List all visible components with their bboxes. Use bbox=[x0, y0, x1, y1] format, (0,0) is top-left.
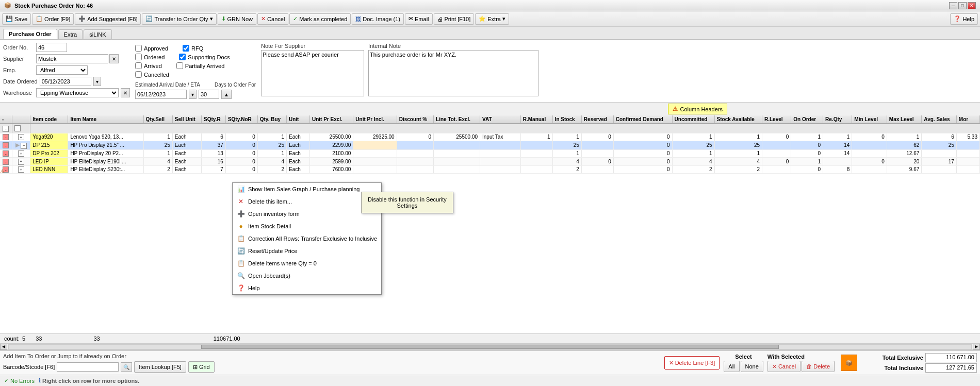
col-minlevel[interactable]: Min Level bbox=[852, 115, 887, 124]
col-uncommitted[interactable]: Uncommitted bbox=[672, 115, 714, 124]
col-instock[interactable]: In Stock bbox=[552, 115, 581, 124]
ctx-open-inventory[interactable]: ➕ Open inventory form bbox=[233, 208, 381, 220]
col-rlevel[interactable]: R.Level bbox=[762, 115, 791, 124]
col-unitprexcl[interactable]: Unit Pr Excl. bbox=[309, 115, 353, 124]
col-linetot[interactable]: Line Tot. Excl. bbox=[434, 115, 480, 124]
ordered-checkbox[interactable] bbox=[135, 54, 142, 60]
rfq-checkbox[interactable] bbox=[183, 45, 189, 52]
table-row[interactable]: - ⚠ + LED NNN HP EliteDisplay S230t... 2… bbox=[0, 165, 980, 174]
cancel-toolbar-button[interactable]: ✕ Cancel bbox=[257, 13, 288, 25]
supporting-docs-checkbox[interactable] bbox=[179, 54, 186, 60]
ctx-correction[interactable]: 📋 Correction All Rows: Transfer Exclusiv… bbox=[233, 232, 381, 245]
col-itemname[interactable]: Item Name bbox=[68, 115, 143, 124]
grn-now-button[interactable]: ⬇ GRN Now bbox=[218, 13, 257, 25]
arrived-checkbox[interactable] bbox=[135, 62, 142, 69]
row-minus-3[interactable]: - bbox=[0, 149, 12, 158]
warehouse-select[interactable]: Epping Warehouse bbox=[36, 88, 119, 97]
order-no-input[interactable] bbox=[36, 43, 67, 52]
col-sellunit[interactable]: Sell Unit bbox=[172, 115, 201, 124]
col-rmanual[interactable]: R.Manual bbox=[520, 115, 552, 124]
internal-note-textarea[interactable]: This purchase order is for Mr XYZ. bbox=[368, 50, 538, 96]
scroll-right-button[interactable]: ▶ bbox=[973, 344, 980, 350]
doc-image-button[interactable]: 🖼 Doc. Image (1) bbox=[352, 13, 404, 25]
date-ordered-input[interactable] bbox=[40, 77, 91, 86]
ctx-delete-qty[interactable]: 📋 Delete items where Qty = 0 bbox=[233, 257, 381, 270]
col-more[interactable]: Mor bbox=[956, 115, 979, 124]
ctx-delete-item[interactable]: ✕ Delete this item... bbox=[233, 195, 381, 208]
table-row[interactable]: - + LED IP HP EliteDisplay E190i ... 4 E… bbox=[0, 158, 980, 166]
tab-silink[interactable]: siLINK bbox=[84, 29, 111, 39]
days-up-button[interactable]: ▲ bbox=[221, 90, 232, 99]
help-button[interactable]: ❓ Help bbox=[950, 13, 978, 25]
grid-button[interactable]: ⊞ Grid bbox=[188, 361, 215, 373]
ctx-open-jobcard[interactable]: 🔍 Open Jobcard(s) bbox=[233, 270, 381, 282]
col-unit[interactable]: Unit bbox=[286, 115, 309, 124]
date-picker-button[interactable]: ▾ bbox=[93, 77, 101, 86]
delete-line-button[interactable]: ✕ Delete Line [F3] bbox=[664, 356, 720, 370]
item-lookup-button[interactable]: Item Lookup [F5] bbox=[134, 361, 186, 373]
row-expand-4[interactable]: + bbox=[12, 158, 30, 166]
approved-checkbox[interactable] bbox=[135, 45, 142, 52]
ctx-reset-price[interactable]: 🔄 Reset/Update Price bbox=[233, 245, 381, 257]
row-expand-2[interactable]: ▶ + bbox=[12, 141, 30, 150]
with-selected-delete-button[interactable]: 🗑 Delete bbox=[802, 361, 835, 372]
row-minus-1[interactable]: - bbox=[0, 133, 12, 141]
order-button[interactable]: 📋 Order [F9] bbox=[32, 13, 74, 25]
save-button[interactable]: 💾 Save bbox=[2, 13, 31, 25]
tab-extra[interactable]: Extra bbox=[58, 29, 83, 39]
col-vat[interactable]: VAT bbox=[480, 115, 521, 124]
row-expand-1[interactable]: + bbox=[12, 133, 30, 141]
partially-arrived-checkbox[interactable] bbox=[176, 62, 183, 69]
col-avgsales[interactable]: Avg. Sales bbox=[922, 115, 956, 124]
scrollbar-track[interactable] bbox=[8, 344, 972, 349]
emp-select[interactable]: Alfred bbox=[36, 65, 88, 75]
col-discount[interactable]: Discount % bbox=[397, 115, 433, 124]
col-qtybuy[interactable]: Qty. Buy bbox=[257, 115, 286, 124]
col-unitprincl[interactable]: Unit Pr Incl. bbox=[353, 115, 397, 124]
with-selected-cancel-button[interactable]: ✕ Cancel bbox=[767, 361, 801, 372]
col-maxlevel[interactable]: Max Level bbox=[887, 115, 921, 124]
days-input[interactable] bbox=[199, 90, 219, 99]
supplier-note-textarea[interactable]: Please send ASAP per courier bbox=[261, 50, 364, 96]
warehouse-clear-button[interactable]: ✕ bbox=[121, 88, 130, 97]
col-itemcode[interactable]: Item code bbox=[30, 115, 68, 124]
col-qtysell[interactable]: Qty.Sell bbox=[143, 115, 172, 124]
email-button[interactable]: ✉ Email bbox=[405, 13, 433, 25]
close-button[interactable]: ✕ bbox=[968, 2, 976, 9]
tab-purchase-order[interactable]: Purchase Order bbox=[3, 29, 57, 39]
table-row[interactable]: - ▶ + DP 215 HP Pro Display 21.5" ... 25… bbox=[0, 141, 980, 150]
extra-button[interactable]: ⭐ Extra ▾ bbox=[475, 13, 509, 25]
minus-header-btn[interactable]: - bbox=[3, 126, 9, 132]
ctx-help[interactable]: ❓ Help bbox=[233, 282, 381, 294]
scrollbar-thumb[interactable] bbox=[201, 345, 779, 349]
mark-completed-button[interactable]: ✓ Mark as completed bbox=[289, 13, 351, 25]
table-row[interactable]: - + DP Pro 202 HP ProDisplay 20 P2... 1 … bbox=[0, 149, 980, 158]
row-minus-5[interactable]: - ⚠ bbox=[0, 165, 12, 174]
col-stockavail[interactable]: Stock Available bbox=[714, 115, 762, 124]
col-reorder[interactable]: Re.Qty bbox=[823, 115, 852, 124]
select-none-button[interactable]: None bbox=[741, 361, 763, 372]
table-row[interactable]: - + Yoga920 Lenovo Yoga 920, 13... 1 Eac… bbox=[0, 133, 980, 141]
select-all-button[interactable]: All bbox=[724, 361, 739, 372]
supplier-input[interactable] bbox=[36, 54, 108, 63]
row-expand-3[interactable]: + bbox=[12, 149, 30, 158]
grid-scroll[interactable]: - Item code Item Name Qty.Sell Sell Unit… bbox=[0, 115, 980, 333]
cancelled-checkbox[interactable] bbox=[135, 71, 142, 78]
grid-toggle[interactable] bbox=[14, 125, 21, 131]
row-expand-5[interactable]: + bbox=[12, 165, 30, 174]
ctx-show-graph[interactable]: 📊 Show Item Sales Graph / Purchase plann… bbox=[233, 183, 381, 195]
col-reserved[interactable]: Reserved bbox=[581, 115, 613, 124]
print-button[interactable]: 🖨 Print [F10] bbox=[434, 13, 475, 25]
ctx-item-stock[interactable]: ● Item Stock Detail bbox=[233, 220, 381, 232]
col-sqtyr[interactable]: SQty.R bbox=[202, 115, 226, 124]
col-confirmeddemand[interactable]: Confirmed Demand bbox=[613, 115, 672, 124]
supplier-clear-button[interactable]: ✕ bbox=[109, 54, 119, 63]
minimize-button[interactable]: ─ bbox=[949, 2, 957, 9]
col-sqtynor[interactable]: SQty.NoR bbox=[225, 115, 257, 124]
transfer-button[interactable]: 🔄 Transfer to Order Qty ▾ bbox=[142, 13, 216, 25]
eta-picker-button[interactable]: ▾ bbox=[189, 90, 197, 99]
eta-input[interactable] bbox=[135, 90, 187, 99]
maximize-button[interactable]: □ bbox=[958, 2, 967, 9]
col-onorder[interactable]: On Order bbox=[791, 115, 823, 124]
barcode-search-button[interactable]: 🔍 bbox=[121, 362, 132, 372]
